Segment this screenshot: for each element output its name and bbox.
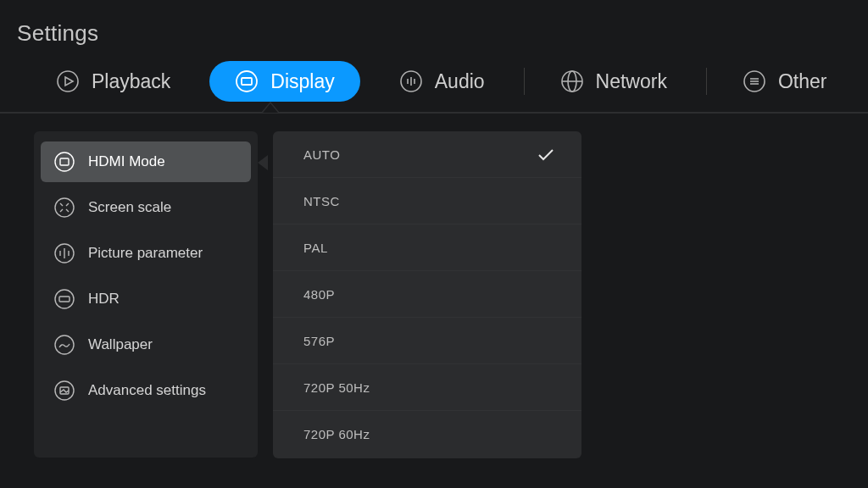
- option-ntsc[interactable]: NTSC: [273, 178, 581, 225]
- tab-label: Playback: [92, 70, 170, 93]
- submenu-hdr[interactable]: HDR: [41, 279, 251, 319]
- svg-rect-20: [59, 297, 70, 302]
- tab-label: Display: [270, 70, 334, 93]
- tab-audio[interactable]: Audio: [374, 61, 510, 102]
- tab-separator: [524, 68, 525, 95]
- submenu-screen-scale[interactable]: Screen scale: [41, 187, 251, 228]
- tab-separator: [706, 68, 707, 95]
- svg-point-19: [55, 290, 74, 308]
- tab-label: Audio: [435, 70, 485, 93]
- submenu-label: HDR: [88, 291, 120, 308]
- wallpaper-icon: [53, 333, 76, 357]
- monitor-icon: [235, 69, 259, 93]
- play-circle-icon: [56, 69, 80, 93]
- check-placeholder: [536, 377, 556, 397]
- check-placeholder: [536, 284, 556, 304]
- submenu-advanced-settings[interactable]: Advanced settings: [41, 370, 251, 411]
- tab-playback[interactable]: Playback: [31, 61, 196, 102]
- svg-marker-1: [65, 77, 73, 86]
- option-auto[interactable]: AUTO: [273, 131, 581, 178]
- submenu-hdmi-mode[interactable]: HDMI Mode: [41, 141, 251, 182]
- svg-rect-16: [60, 158, 69, 165]
- submenu-label: Picture parameter: [88, 245, 203, 262]
- svg-point-2: [236, 71, 257, 92]
- active-tab-pointer-fill: [263, 103, 278, 113]
- image-icon: [53, 379, 76, 402]
- tab-bar: Playback Display Audio: [0, 51, 868, 112]
- page-title: Settings: [17, 20, 98, 47]
- option-576p[interactable]: 576P: [273, 318, 581, 364]
- panel-connector-arrow: [258, 155, 268, 170]
- option-label: 720P 60Hz: [303, 427, 370, 441]
- submenu-wallpaper[interactable]: Wallpaper: [41, 324, 251, 365]
- hdr-icon: [53, 287, 76, 311]
- submenu-label: Screen scale: [88, 199, 171, 216]
- check-placeholder: [536, 330, 556, 351]
- display-submenu-panel: HDMI Mode Screen scale Picture parameter: [34, 131, 258, 458]
- svg-point-15: [55, 152, 74, 171]
- option-label: AUTO: [303, 147, 340, 162]
- hdmi-icon: [53, 150, 76, 174]
- option-480p[interactable]: 480P: [273, 271, 581, 318]
- svg-point-0: [58, 71, 78, 92]
- submenu-label: Wallpaper: [88, 336, 153, 353]
- submenu-label: HDMI Mode: [88, 153, 165, 170]
- option-label: 576P: [303, 334, 335, 348]
- svg-rect-3: [242, 78, 252, 85]
- tab-other[interactable]: Other: [717, 61, 853, 102]
- globe-icon: [560, 69, 584, 93]
- option-720p-50hz[interactable]: 720P 50Hz: [273, 364, 581, 411]
- option-pal[interactable]: PAL: [273, 225, 581, 271]
- equalizer-icon: [399, 69, 423, 93]
- check-placeholder: [536, 424, 556, 445]
- hdmi-mode-options-panel: AUTO NTSC PAL 480P 576P 720P 50Hz 720P 6…: [273, 131, 581, 458]
- menu-circle-icon: [743, 69, 766, 93]
- option-label: NTSC: [303, 194, 340, 208]
- check-icon: [536, 144, 556, 164]
- sliders-icon: [53, 241, 76, 265]
- tab-display[interactable]: Display: [209, 61, 359, 102]
- check-placeholder: [536, 191, 556, 211]
- tab-label: Other: [778, 70, 827, 93]
- tab-network[interactable]: Network: [535, 61, 693, 102]
- tab-label: Network: [596, 70, 667, 93]
- submenu-label: Advanced settings: [88, 382, 206, 399]
- option-label: PAL: [303, 241, 328, 255]
- svg-point-17: [55, 198, 74, 217]
- svg-point-21: [55, 336, 74, 354]
- check-placeholder: [536, 237, 556, 258]
- option-label: 720P 50Hz: [303, 380, 370, 395]
- option-label: 480P: [303, 287, 335, 302]
- tab-divider: [0, 112, 868, 114]
- option-720p-60hz[interactable]: 720P 60Hz: [273, 411, 581, 458]
- submenu-picture-parameter[interactable]: Picture parameter: [41, 233, 251, 274]
- expand-icon: [53, 196, 76, 219]
